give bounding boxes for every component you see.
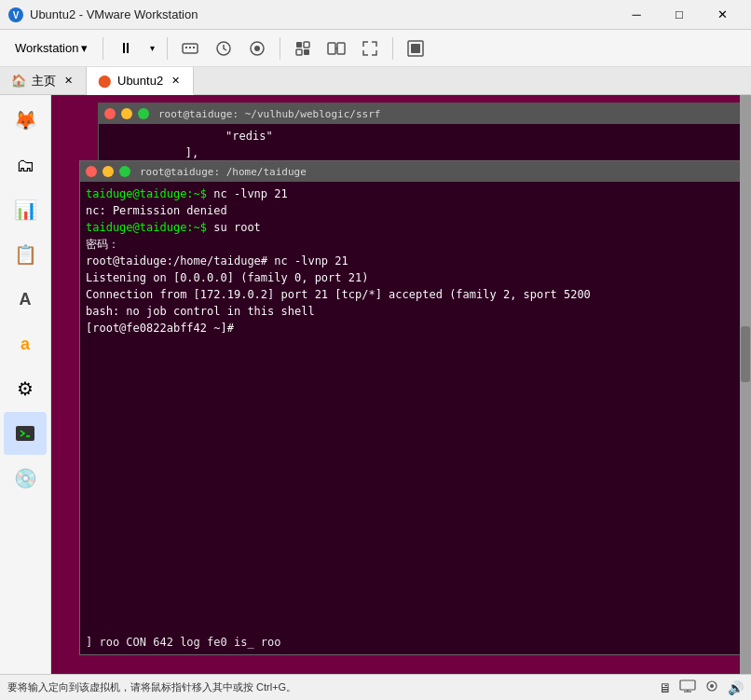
svg-text:V: V [13, 10, 20, 21]
terminal-taiduge-body: taiduge@taiduge:~$ nc -lvnp 21 nc: Permi… [80, 182, 741, 340]
sidebar-item-amazon[interactable]: a [4, 323, 47, 365]
workstation-label: Workstation [15, 41, 78, 55]
scrollbar-track[interactable] [740, 95, 751, 674]
svg-rect-12 [304, 49, 309, 55]
terminal-maximize-btn[interactable] [138, 108, 149, 119]
terminal-bottom-lines: ] roo CON 642 log fe0 is_ roo [80, 630, 741, 654]
terminal-taiduge-title: root@taiduge: /home/taiduge [140, 166, 307, 178]
toolbar-separator-3 [280, 37, 280, 60]
svg-rect-5 [193, 47, 195, 48]
ubuntu2-tab-label: Ubuntu2 [117, 74, 163, 88]
ubuntu2-tab-close[interactable]: ✕ [169, 74, 182, 87]
svg-rect-20 [680, 680, 695, 690]
sidebar: 🦊 🗂 📊 📋 A a ⚙ 💿 [0, 95, 51, 674]
terminal-minimize-btn[interactable] [121, 108, 132, 119]
pause-dropdown-button[interactable]: ▾ [144, 34, 159, 63]
svg-rect-13 [328, 43, 335, 54]
status-bar: 要将输入定向到该虚拟机，请将鼠标指针移入其中或按 Ctrl+G。 🖥 🔊 [0, 674, 751, 700]
title-bar: V Ubuntu2 - VMware Workstation ─ □ ✕ [0, 0, 751, 30]
svg-rect-17 [411, 44, 420, 53]
terminal-taiduge[interactable]: root@taiduge: /home/taiduge taiduge@taid… [79, 160, 742, 655]
svg-rect-9 [296, 42, 302, 48]
toolbar-separator-2 [167, 37, 168, 60]
tab-bar: 🏠 主页 ✕ ⬤ Ubuntu2 ✕ [0, 67, 751, 95]
status-hint-text: 要将输入定向到该虚拟机，请将鼠标指针移入其中或按 Ctrl+G。 [7, 680, 296, 694]
tab-home[interactable]: 🏠 主页 ✕ [0, 67, 87, 94]
snapshot-button[interactable] [209, 34, 239, 63]
clock-icon [214, 39, 233, 58]
snapshot-icon [248, 39, 266, 58]
toolbar-separator-4 [392, 37, 393, 60]
title-controls: ─ □ ✕ [615, 0, 744, 30]
svg-rect-4 [189, 47, 191, 48]
keyboard-icon [181, 39, 199, 58]
scrollbar-thumb[interactable] [741, 326, 750, 382]
toolbar: Workstation ▾ ⏸ ▾ [0, 30, 751, 67]
svg-rect-14 [337, 43, 345, 54]
status-network-icon[interactable] [679, 679, 696, 695]
terminal-taiduge-titlebar: root@taiduge: /home/taiduge [80, 161, 741, 182]
workstation-dropdown-arrow: ▾ [81, 41, 88, 55]
vmware-icon: V [7, 7, 24, 23]
maximize-button[interactable]: □ [658, 0, 701, 30]
snapshot2-button[interactable] [242, 34, 272, 63]
minimize-button[interactable]: ─ [615, 0, 658, 30]
window-title: Ubuntu2 - VMware Workstation [30, 7, 198, 21]
sidebar-item-font[interactable]: A [4, 278, 47, 321]
sidebar-item-terminal[interactable] [4, 412, 47, 455]
svg-point-24 [710, 684, 714, 688]
svg-rect-3 [185, 47, 187, 48]
terminal-close-btn[interactable] [104, 108, 116, 119]
main-content: 🦊 🗂 📊 📋 A a ⚙ 💿 root@taiduge: ~/vu [0, 95, 751, 674]
isolate-icon [326, 39, 347, 58]
fullscreen-button[interactable] [355, 34, 385, 63]
sidebar-item-firefox[interactable]: 🦊 [4, 99, 47, 142]
guest-isolate-button[interactable] [321, 34, 351, 63]
ubuntu2-tab-icon: ⬤ [98, 74, 112, 88]
send-ctrlaltdel-button[interactable] [175, 34, 205, 63]
home-tab-label: 主页 [32, 73, 56, 89]
close-button[interactable]: ✕ [701, 0, 744, 30]
expand-icon [361, 39, 379, 58]
viewmode-icon [406, 39, 425, 58]
terminal-small-icon [14, 422, 36, 445]
unity-button[interactable] [288, 34, 318, 63]
status-hint: 要将输入定向到该虚拟机，请将鼠标指针移入其中或按 Ctrl+G。 [7, 680, 296, 694]
status-display-icon[interactable]: 🖥 [659, 680, 672, 695]
svg-rect-11 [296, 49, 302, 55]
terminal-front-close-btn[interactable] [86, 166, 97, 177]
tab-ubuntu2[interactable]: ⬤ Ubuntu2 ✕ [87, 67, 194, 95]
sidebar-item-spreadsheet[interactable]: 📊 [4, 188, 47, 231]
status-sound-icon[interactable]: 🔊 [728, 680, 744, 695]
sidebar-item-files[interactable]: 🗂 [4, 144, 47, 186]
sidebar-item-presentation[interactable]: 📋 [4, 233, 47, 276]
unity-icon [294, 39, 312, 58]
vm-background: root@taiduge: ~/vulhub/weblogic/ssrf "re… [51, 95, 751, 674]
terminal-weblogic-title: root@taiduge: ~/vulhub/weblogic/ssrf [158, 108, 380, 120]
terminal-front-minimize-btn[interactable] [102, 166, 114, 177]
sidebar-item-settings[interactable]: ⚙ [4, 367, 47, 410]
terminal-front-maximize-btn[interactable] [119, 166, 130, 177]
vm-display-area[interactable]: root@taiduge: ~/vulhub/weblogic/ssrf "re… [51, 95, 751, 674]
pause-button[interactable]: ⏸ [111, 34, 141, 63]
status-devices-icon[interactable] [703, 679, 720, 695]
viewmode-button[interactable] [401, 34, 430, 63]
svg-point-8 [254, 46, 260, 51]
toolbar-separator-1 [102, 37, 103, 60]
sidebar-item-dvd[interactable]: 💿 [4, 457, 47, 500]
home-tab-icon: 🏠 [11, 74, 26, 88]
workstation-menu-button[interactable]: Workstation ▾ [7, 37, 95, 59]
svg-rect-10 [304, 42, 309, 48]
terminal-weblogic-titlebar: root@taiduge: ~/vulhub/weblogic/ssrf [99, 103, 743, 124]
status-icons: 🖥 🔊 [659, 679, 744, 695]
home-tab-close[interactable]: ✕ [61, 75, 75, 88]
title-bar-left: V Ubuntu2 - VMware Workstation [7, 7, 198, 23]
